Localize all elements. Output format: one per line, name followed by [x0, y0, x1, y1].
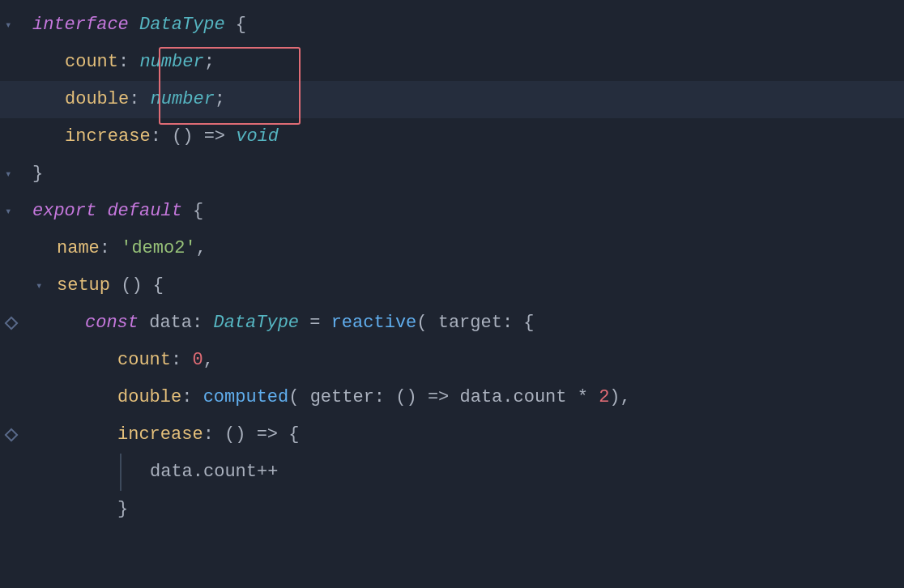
token-demo2: 'demo2' — [121, 230, 195, 267]
fold-icon-1[interactable]: ▾ — [5, 6, 11, 44]
token-datatype2: DataType — [213, 305, 299, 342]
token-default: default — [107, 193, 181, 230]
code-line-11: double : computed ( getter: () => data.c… — [0, 379, 904, 416]
code-line-4: increase : () => void — [0, 118, 904, 156]
indent-bar — [120, 454, 122, 491]
code-line-13: data.count++ — [0, 454, 904, 491]
code-line-1: ▾ interface DataType { — [0, 6, 904, 44]
token-number-2: number — [151, 81, 215, 118]
code-line-14: } — [0, 491, 904, 528]
token-void: void — [236, 118, 279, 156]
code-line-6: ▾ export default { — [0, 193, 904, 230]
token-increase: increase — [65, 118, 151, 156]
code-line-10: count : 0 , — [0, 342, 904, 379]
code-line-8: ▾ setup () { — [0, 267, 904, 305]
token-two: 2 — [599, 379, 609, 416]
code-line-9: const data: DataType = reactive ( target… — [0, 305, 904, 342]
token-export: export — [32, 193, 96, 230]
token-name: name — [57, 230, 100, 267]
gutter-diamond-9 — [5, 317, 19, 330]
token-count: count — [65, 44, 118, 81]
token-const: const — [85, 305, 139, 342]
code-line-7: name : 'demo2' , — [0, 230, 904, 267]
code-line-2: count : number ; — [0, 44, 904, 81]
token-count2: count — [117, 342, 171, 379]
token-interface: interface — [32, 6, 129, 44]
token-setup: setup — [57, 267, 110, 305]
gutter-diamond-12 — [5, 428, 19, 442]
token-computed: computed — [203, 379, 289, 416]
token-datatype: DataType — [139, 6, 225, 44]
token-increase2: increase — [117, 416, 203, 454]
token-number-1: number — [139, 44, 203, 81]
token-zero: 0 — [192, 342, 203, 379]
token-double2: double — [117, 379, 181, 416]
fold-icon-5[interactable]: ▾ — [5, 156, 11, 193]
code-line-3: double : number ; — [0, 81, 904, 118]
fold-icon-8[interactable]: ▾ — [36, 267, 42, 305]
code-line-5: ▾ } — [0, 156, 904, 193]
token-datacountpp: data.count++ — [150, 454, 278, 491]
code-editor: ▾ interface DataType { count : number ; … — [0, 0, 904, 588]
fold-icon-6[interactable]: ▾ — [5, 193, 11, 230]
token-double: double — [65, 81, 129, 118]
token-reactive: reactive — [331, 305, 417, 342]
code-line-12: increase : () => { — [0, 416, 904, 454]
